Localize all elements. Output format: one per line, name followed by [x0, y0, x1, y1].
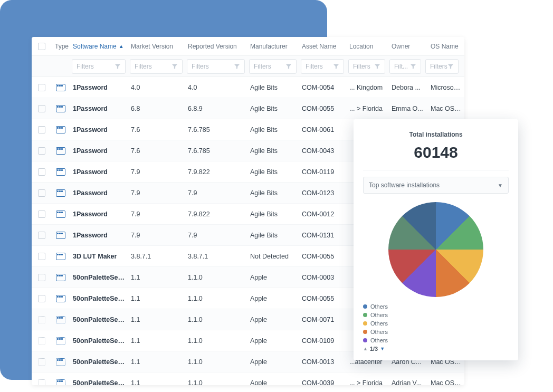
- row-checkbox[interactable]: [38, 232, 45, 239]
- legend-item: Others: [363, 328, 509, 336]
- filter-market-version[interactable]: Filters: [130, 59, 183, 74]
- row-checkbox[interactable]: [38, 84, 45, 91]
- select-all-checkbox[interactable]: [38, 43, 45, 50]
- cell-asset-name[interactable]: COM-0043: [299, 147, 346, 155]
- col-location[interactable]: Location: [346, 43, 388, 50]
- cell-software-name: 50onPaletteServer: [70, 337, 128, 345]
- cell-owner: Adrian V...: [388, 379, 427, 386]
- row-checkbox[interactable]: [38, 126, 45, 133]
- cell-market-version: 4.0: [128, 84, 185, 91]
- cell-market-version: 1.1: [128, 274, 185, 281]
- app-type-icon: [56, 379, 65, 386]
- pager-next-icon[interactable]: ▼: [380, 346, 385, 351]
- col-manufacturer[interactable]: Manufacturer: [247, 43, 299, 50]
- cell-software-name: 1Password: [70, 84, 128, 91]
- cell-software-name: 1Password: [70, 147, 128, 155]
- sort-asc-icon: ▲: [119, 43, 124, 49]
- col-type[interactable]: Type: [52, 43, 70, 50]
- cell-asset-name[interactable]: COM-0055: [299, 295, 346, 302]
- cell-market-version: 7.6: [128, 147, 185, 155]
- cell-asset-name[interactable]: COM-0071: [299, 316, 346, 323]
- legend-label: Others: [370, 311, 388, 319]
- cell-asset-name[interactable]: COM-0055: [299, 253, 346, 260]
- cell-manufacturer: Agile Bits: [247, 105, 299, 112]
- table-row[interactable]: 1Password6.86.8.9Agile BitsCOM-0055... >…: [32, 98, 464, 119]
- row-checkbox[interactable]: [38, 147, 45, 155]
- col-os-name[interactable]: OS Name: [427, 43, 464, 50]
- cell-asset-name[interactable]: COM-0013: [299, 358, 346, 366]
- col-market-version[interactable]: Market Version: [128, 43, 185, 50]
- legend-dot: [363, 313, 367, 317]
- cell-software-name: 1Password: [70, 211, 128, 218]
- cell-software-name: 3D LUT Maker: [70, 253, 128, 260]
- row-checkbox[interactable]: [38, 105, 45, 112]
- filter-owner[interactable]: Filt...: [389, 59, 421, 74]
- col-asset-name[interactable]: Asset Name: [299, 43, 346, 50]
- legend-pager[interactable]: ▲ 1/3 ▼: [363, 346, 509, 352]
- cell-reported-version: 1.1.0: [185, 316, 247, 323]
- app-type-icon: [56, 84, 65, 91]
- divider: [363, 170, 509, 170]
- row-checkbox[interactable]: [38, 274, 45, 281]
- chevron-down-icon: ▼: [498, 183, 503, 188]
- chart-dropdown[interactable]: Top software installations ▼: [363, 177, 509, 194]
- cell-asset-name[interactable]: COM-0061: [299, 126, 346, 133]
- cell-software-name: 50onPaletteServer: [70, 358, 128, 366]
- legend-dot: [363, 321, 367, 326]
- cell-asset-name[interactable]: COM-0109: [299, 337, 346, 345]
- cell-manufacturer: Apple: [247, 379, 299, 386]
- legend-item: Others: [363, 336, 509, 345]
- cell-manufacturer: Agile Bits: [247, 211, 299, 218]
- filter-asset-name[interactable]: Filters: [301, 59, 344, 74]
- cell-asset-name[interactable]: COM-0012: [299, 211, 346, 218]
- cell-reported-version: 7.9: [185, 232, 247, 239]
- row-checkbox[interactable]: [38, 168, 45, 176]
- col-software-name[interactable]: Software Name ▲: [70, 43, 128, 50]
- filter-os-name[interactable]: Filters: [425, 59, 459, 74]
- cell-asset-name[interactable]: COM-0131: [299, 232, 346, 239]
- cell-asset-name[interactable]: COM-0055: [299, 105, 346, 112]
- filter-location[interactable]: Filters: [348, 59, 385, 74]
- table-row[interactable]: 1Password4.04.0Agile BitsCOM-0054... Kin…: [32, 77, 464, 98]
- filter-software-name[interactable]: Filters: [72, 59, 126, 74]
- cell-reported-version: 1.1.0: [185, 379, 247, 386]
- cell-reported-version: 7.9.822: [185, 168, 247, 176]
- col-reported-version[interactable]: Reported Version: [185, 43, 247, 50]
- app-type-icon: [56, 358, 65, 366]
- cell-asset-name[interactable]: COM-0039: [299, 379, 346, 386]
- app-type-icon: [56, 147, 65, 155]
- legend-dot: [363, 338, 367, 342]
- row-checkbox[interactable]: [38, 316, 45, 323]
- cell-manufacturer: Agile Bits: [247, 232, 299, 239]
- legend-item: Others: [363, 302, 509, 311]
- cell-reported-version: 3.8.7.1: [185, 253, 247, 260]
- cell-asset-name[interactable]: COM-0003: [299, 274, 346, 281]
- pager-prev-icon[interactable]: ▲: [363, 346, 368, 351]
- legend-dot: [363, 304, 367, 309]
- filter-reported-version[interactable]: Filters: [187, 59, 245, 74]
- row-checkbox[interactable]: [38, 379, 45, 386]
- cell-manufacturer: Apple: [247, 358, 299, 366]
- cell-software-name: 50onPaletteServer: [70, 379, 128, 386]
- row-checkbox[interactable]: [38, 253, 45, 260]
- cell-manufacturer: Agile Bits: [247, 168, 299, 176]
- cell-asset-name[interactable]: COM-0119: [299, 168, 346, 176]
- cell-market-version: 7.9: [128, 232, 185, 239]
- row-checkbox[interactable]: [38, 295, 45, 302]
- app-type-icon: [56, 253, 65, 260]
- cell-reported-version: 1.1.0: [185, 337, 247, 345]
- filter-manufacturer[interactable]: Filters: [249, 59, 297, 74]
- row-checkbox[interactable]: [38, 189, 45, 197]
- row-checkbox[interactable]: [38, 337, 45, 345]
- cell-asset-name[interactable]: COM-0123: [299, 189, 346, 197]
- cell-manufacturer: Apple: [247, 274, 299, 281]
- cell-owner: Emma O...: [388, 105, 427, 112]
- row-checkbox[interactable]: [38, 358, 45, 366]
- table-row[interactable]: 50onPaletteServer1.11.1.0AppleCOM-0039..…: [32, 372, 464, 385]
- filter-icon: [234, 63, 240, 70]
- cell-asset-name[interactable]: COM-0054: [299, 84, 346, 91]
- row-checkbox[interactable]: [38, 211, 45, 218]
- cell-reported-version: 6.8.9: [185, 105, 247, 112]
- cell-market-version: 1.1: [128, 379, 185, 386]
- col-owner[interactable]: Owner: [388, 43, 427, 50]
